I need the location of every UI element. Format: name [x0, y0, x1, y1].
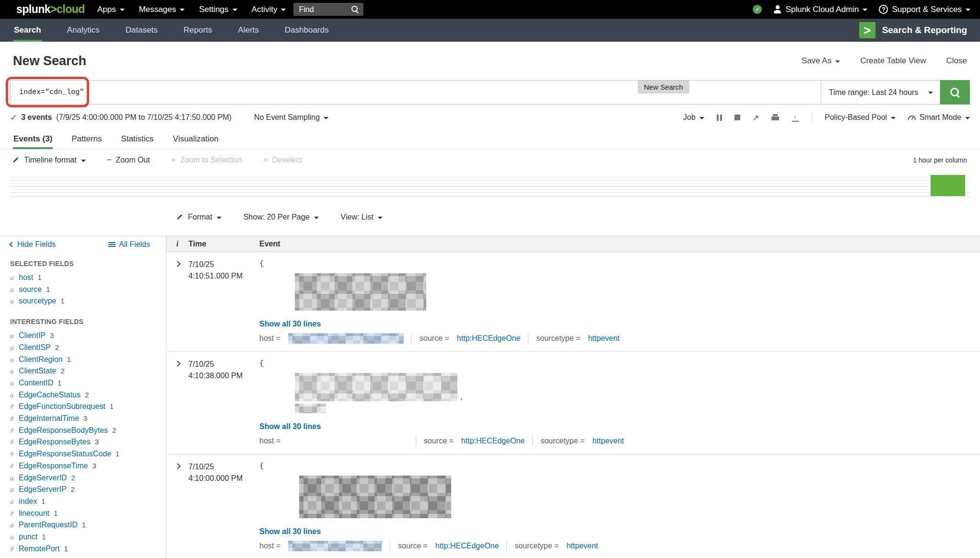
- nav-search[interactable]: Search: [13, 19, 42, 42]
- stop-job-button[interactable]: [735, 115, 740, 120]
- field-row[interactable]: a EdgeServerIP 2: [10, 484, 161, 496]
- field-row[interactable]: a ClientRegion 1: [10, 354, 161, 366]
- field-row[interactable]: a index 1: [10, 496, 161, 508]
- menu-apps[interactable]: Apps: [97, 5, 125, 14]
- sourcetype-value-link[interactable]: httpevent: [588, 334, 619, 343]
- menu-messages[interactable]: Messages: [139, 5, 185, 14]
- field-row[interactable]: # EdgeResponseTime 3: [10, 460, 161, 472]
- nav-alerts[interactable]: Alerts: [237, 19, 259, 42]
- field-name-link[interactable]: host: [19, 272, 33, 284]
- field-name-link[interactable]: sourcetype: [19, 295, 56, 307]
- field-row[interactable]: a ParentRequestID 1: [10, 519, 161, 531]
- field-name-link[interactable]: ParentRequestID: [19, 519, 78, 531]
- format-dropdown[interactable]: Format: [177, 213, 222, 221]
- view-dropdown[interactable]: View: List: [341, 213, 383, 221]
- field-name-link[interactable]: EdgeServerID: [19, 472, 67, 484]
- field-name-link[interactable]: linecount: [19, 508, 49, 520]
- field-name-link[interactable]: EdgeCacheStatus: [19, 389, 81, 401]
- field-row[interactable]: a sourcetype 1: [10, 295, 161, 307]
- field-name-link[interactable]: ClientISP: [19, 342, 51, 354]
- field-name-link[interactable]: EdgeInternalTime: [19, 413, 79, 425]
- expand-event-button[interactable]: [166, 259, 188, 351]
- pause-job-button[interactable]: [717, 115, 722, 121]
- field-name-link[interactable]: punct: [19, 531, 37, 543]
- field-name-link[interactable]: ClientState: [19, 365, 56, 377]
- field-row[interactable]: # EdgeResponseStatusCode 1: [10, 448, 161, 460]
- zoom-out-button[interactable]: Zoom Out: [107, 155, 150, 165]
- tab-patterns[interactable]: Patterns: [71, 134, 102, 149]
- field-name-link[interactable]: EdgeFunctionSubrequest: [19, 401, 105, 413]
- field-name-link[interactable]: ContentID: [19, 377, 53, 389]
- field-row[interactable]: a host 1: [10, 272, 161, 284]
- search-query-input[interactable]: index="cdn_log": [10, 80, 821, 105]
- field-row[interactable]: # EdgeResponseBodyBytes 2: [10, 425, 161, 437]
- field-row[interactable]: a ContentID 1: [10, 377, 161, 389]
- export-button[interactable]: [792, 114, 799, 122]
- field-row[interactable]: # EdgeFunctionSubrequest 1: [10, 401, 161, 413]
- per-page-dropdown[interactable]: Show: 20 Per Page: [244, 213, 319, 221]
- close-button[interactable]: Close: [946, 56, 967, 66]
- share-job-button[interactable]: [753, 113, 759, 122]
- nav-reports[interactable]: Reports: [183, 19, 213, 42]
- run-search-button[interactable]: [940, 80, 970, 105]
- nav-analytics[interactable]: Analytics: [66, 19, 101, 42]
- tab-events[interactable]: Events (3): [13, 134, 53, 149]
- field-row[interactable]: # linecount 1: [10, 508, 161, 520]
- sourcetype-value-link[interactable]: httpevent: [566, 542, 598, 550]
- field-row[interactable]: # EdgeResponseBytes 3: [10, 436, 161, 448]
- x-icon: [263, 155, 268, 165]
- source-value-link[interactable]: http:HECEdgeOne: [457, 334, 521, 343]
- search-icon[interactable]: [351, 5, 359, 13]
- show-all-lines-link[interactable]: Show all 30 lines: [259, 422, 321, 431]
- field-row[interactable]: a EdgeServerID 2: [10, 472, 161, 484]
- job-menu[interactable]: Job: [683, 113, 704, 122]
- field-row[interactable]: # RemotePort 1: [10, 543, 161, 555]
- create-table-view-button[interactable]: Create Table View: [860, 56, 926, 66]
- nav-datasets[interactable]: Datasets: [125, 19, 159, 42]
- menu-activity[interactable]: Activity: [252, 5, 286, 14]
- save-as-button[interactable]: Save As: [802, 56, 840, 66]
- field-name-link[interactable]: EdgeResponseBytes: [19, 436, 90, 448]
- field-row[interactable]: a EdgeCacheStatus 2: [10, 389, 161, 401]
- show-all-lines-link[interactable]: Show all 30 lines: [259, 320, 321, 328]
- field-row[interactable]: a ClientIP 3: [10, 330, 161, 342]
- current-app[interactable]: Search & Reporting: [859, 19, 967, 42]
- hide-fields-button[interactable]: Hide Fields: [10, 240, 56, 249]
- system-status-ok-icon[interactable]: [753, 5, 762, 14]
- sourcetype-value-link[interactable]: httpevent: [592, 437, 624, 445]
- nav-dashboards[interactable]: Dashboards: [284, 19, 330, 42]
- show-all-lines-link[interactable]: Show all 30 lines: [259, 527, 321, 536]
- source-value-link[interactable]: http:HECEdgeOne: [461, 437, 525, 445]
- field-name-link[interactable]: ClientRegion: [19, 354, 63, 366]
- field-name-link[interactable]: EdgeResponseStatusCode: [19, 448, 111, 460]
- field-row[interactable]: a ClientISP 2: [10, 342, 161, 354]
- field-row[interactable]: # EdgeInternalTime 3: [10, 413, 161, 425]
- field-name-link[interactable]: ClientIP: [19, 330, 46, 342]
- field-row[interactable]: a ClientState 2: [10, 365, 161, 377]
- menu-settings[interactable]: Settings: [199, 5, 237, 14]
- tab-statistics[interactable]: Statistics: [121, 134, 154, 149]
- workload-pool-dropdown[interactable]: Policy-Based Pool: [825, 113, 896, 122]
- source-value-link[interactable]: http:HECEdgeOne: [435, 542, 499, 550]
- field-name-link[interactable]: EdgeServerIP: [19, 484, 67, 496]
- user-menu[interactable]: Splunk Cloud Admin: [773, 5, 867, 14]
- field-name-link[interactable]: RemotePort: [19, 543, 59, 555]
- field-name-link[interactable]: source: [19, 284, 42, 296]
- expand-event-button[interactable]: [166, 461, 188, 558]
- field-name-link[interactable]: EdgeResponseTime: [19, 460, 88, 472]
- find-search-input[interactable]: Find: [293, 3, 363, 16]
- field-row[interactable]: a punct 1: [10, 531, 161, 543]
- all-fields-button[interactable]: All Fields: [108, 240, 150, 249]
- timeline-bar[interactable]: [931, 175, 965, 196]
- field-name-link[interactable]: index: [19, 496, 37, 508]
- field-row[interactable]: a source 1: [10, 284, 161, 296]
- search-mode-dropdown[interactable]: Smart Mode: [908, 113, 970, 122]
- event-sampling-dropdown[interactable]: No Event Sampling: [254, 113, 328, 122]
- field-name-link[interactable]: EdgeResponseBodyBytes: [19, 425, 108, 437]
- timeline-format-dropdown[interactable]: Timeline format: [13, 156, 86, 164]
- support-menu[interactable]: Support & Services: [879, 5, 970, 14]
- print-button[interactable]: [771, 114, 779, 121]
- tab-visualization[interactable]: Visualization: [173, 134, 219, 149]
- expand-event-button[interactable]: [166, 359, 188, 454]
- time-range-picker[interactable]: Time range: Last 24 hours: [821, 80, 940, 105]
